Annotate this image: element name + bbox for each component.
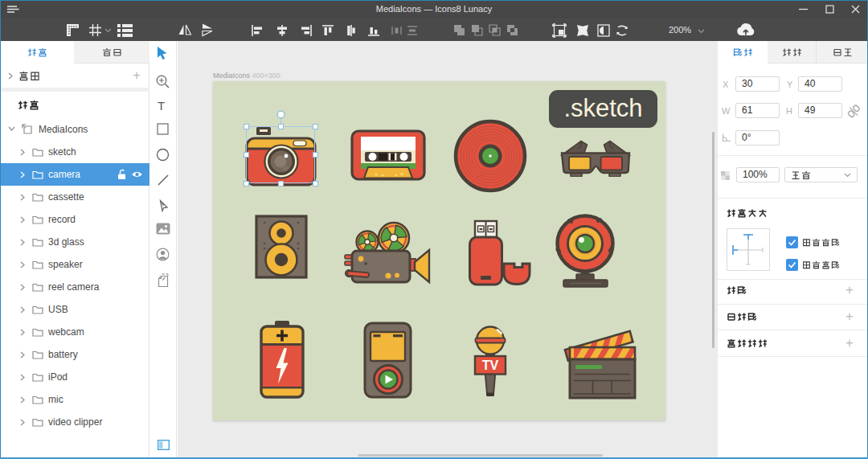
svg-text:TV: TV: [482, 359, 499, 372]
